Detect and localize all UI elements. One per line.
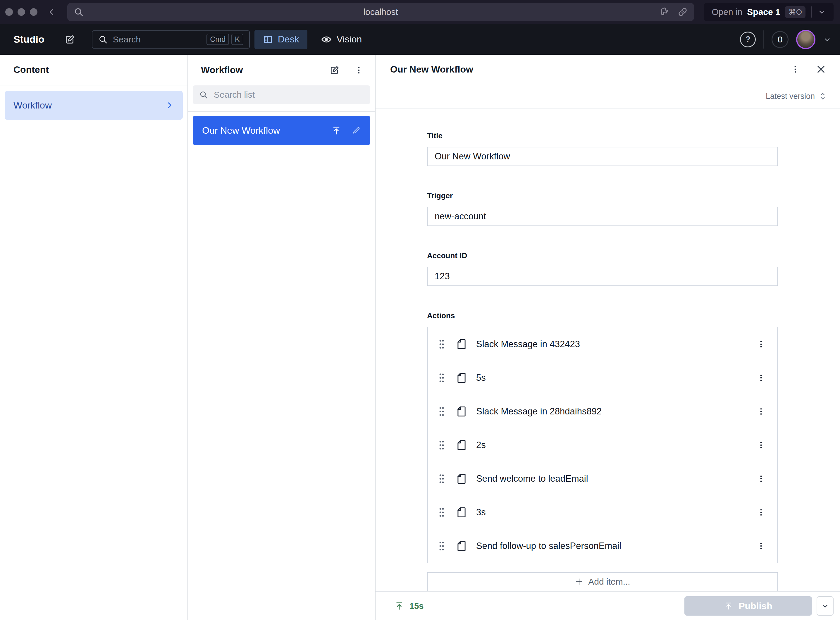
search-icon [199,90,208,99]
list-menu-button[interactable] [354,65,364,75]
action-row[interactable]: Send welcome to leadEmail [428,462,777,495]
list-item-label: Our New Workflow [202,125,280,136]
kebab-menu-icon [756,508,766,517]
version-label: Latest version [766,92,815,101]
drag-handle-icon[interactable] [438,507,445,518]
search-shortcut-keys: Cmd K [206,34,243,45]
action-menu-button[interactable] [756,373,766,382]
tab-desk[interactable]: Desk [254,30,307,49]
open-in-prefix: Open in [712,7,742,17]
window-zoom-button[interactable] [30,8,38,16]
url-text: localhost [363,7,398,17]
document-title: Our New Workflow [390,64,473,75]
compose-icon [64,33,76,46]
open-in-space-button[interactable]: Open in Space 1 ⌘O [704,3,834,21]
kebab-menu-icon [756,373,766,382]
drag-handle-icon[interactable] [438,473,445,485]
chevron-down-icon[interactable] [818,8,826,16]
plus-icon [575,577,584,586]
tasks-count-badge[interactable]: 0 [772,31,789,48]
field-label: Trigger [427,191,778,200]
kebab-menu-icon [756,441,766,450]
action-row-label: 5s [476,373,486,383]
account-id-input[interactable] [427,267,778,286]
review-changes-button[interactable]: 15s [394,601,423,611]
new-document-button[interactable] [64,33,76,46]
duration-label: 15s [409,601,423,611]
browser-back-button[interactable] [47,8,56,17]
add-item-button[interactable]: Add item... [427,572,778,591]
tab-vision[interactable]: Vision [313,30,370,49]
publish-status-icon [331,125,342,136]
publish-label: Publish [739,601,772,611]
list-search[interactable] [193,86,370,104]
document-icon [455,472,468,485]
drag-handle-icon[interactable] [438,372,445,384]
field-label: Account ID [427,251,778,260]
action-menu-button[interactable] [756,541,766,551]
publish-button[interactable]: Publish [684,596,812,615]
user-menu-chevron-icon[interactable] [823,35,831,44]
list-item-our-new-workflow[interactable]: Our New Workflow [193,116,370,145]
divider [763,30,764,48]
eye-icon [321,34,332,45]
action-row-label: Slack Message in 28hdaihs892 [476,406,602,417]
document-menu-button[interactable] [790,64,800,74]
action-menu-button[interactable] [756,407,766,416]
chevron-right-icon [165,101,174,110]
action-row[interactable]: 3s [428,495,777,529]
field-label: Title [427,131,778,140]
action-row[interactable]: Slack Message in 432423 [428,327,777,361]
content-pane-title: Content [0,55,187,86]
close-icon [816,64,826,75]
document-editor-pane: Our New Workflow Latest version Title [376,55,840,620]
close-pane-button[interactable] [816,64,826,75]
field-title: Title [427,131,778,166]
app-title: Studio [14,34,44,45]
action-menu-button[interactable] [756,508,766,517]
studio-navbar: Studio Cmd K Desk Vision ? 0 [0,24,840,55]
action-row[interactable]: Send follow-up to salesPersonEmail [428,529,777,563]
action-menu-button[interactable] [756,474,766,483]
action-row-label: Send follow-up to salesPersonEmail [476,541,621,551]
extension-puzzle-icon[interactable] [658,6,670,18]
compose-icon [329,64,340,76]
link-icon[interactable] [677,6,688,18]
action-row[interactable]: 5s [428,361,777,394]
version-selector[interactable]: Latest version [376,84,840,108]
drag-handle-icon[interactable] [438,339,445,350]
title-input[interactable] [427,147,778,166]
kebab-menu-icon [756,474,766,483]
action-menu-button[interactable] [756,441,766,450]
action-row-label: Slack Message in 432423 [476,339,580,349]
desk-panels-icon [263,34,273,45]
user-avatar[interactable] [796,30,816,49]
list-pane-title: Workflow [201,65,243,75]
trigger-input[interactable] [427,207,778,226]
drag-handle-icon[interactable] [438,540,445,552]
help-icon[interactable]: ? [740,32,756,47]
kebab-menu-icon [354,65,364,75]
publish-menu-button[interactable] [817,596,834,615]
global-search-input[interactable] [113,35,202,44]
kebab-menu-icon [756,407,766,416]
open-in-shortcut: ⌘O [785,6,805,18]
actions-label: Actions [427,311,778,320]
create-new-document-button[interactable] [329,64,340,76]
divider [811,6,812,18]
kebab-menu-icon [756,541,766,551]
chevron-down-icon [821,602,829,610]
global-search[interactable]: Cmd K [92,30,250,48]
drag-handle-icon[interactable] [438,406,445,417]
divider [188,111,375,112]
window-close-button[interactable] [5,8,13,16]
drag-handle-icon[interactable] [438,439,445,451]
action-row[interactable]: Slack Message in 28hdaihs892 [428,394,777,428]
action-menu-button[interactable] [756,340,766,349]
sidebar-item-workflow[interactable]: Workflow [5,91,183,120]
list-search-input[interactable] [214,90,364,100]
window-minimize-button[interactable] [18,8,25,16]
address-bar[interactable]: localhost [67,3,694,21]
browser-chrome: localhost Open in Space 1 ⌘O [0,0,840,24]
action-row[interactable]: 2s [428,428,777,462]
